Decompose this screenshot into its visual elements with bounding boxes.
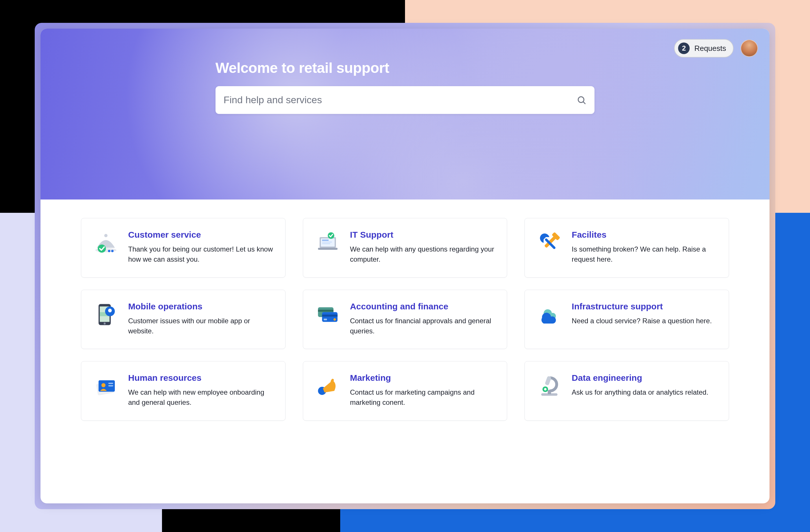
- card-title: Facilites: [572, 230, 717, 240]
- card-title: Mobile operations: [128, 302, 274, 311]
- card-human-resources[interactable]: Human resources We can help with new emp…: [81, 361, 286, 421]
- card-title: Accounting and finance: [350, 302, 496, 311]
- tools-icon: [536, 230, 562, 256]
- card-title: Customer service: [128, 230, 274, 240]
- card-customer-service[interactable]: Customer service Thank you for being our…: [81, 218, 286, 278]
- search-icon: [577, 95, 586, 105]
- card-it-support[interactable]: IT Support We can help with any question…: [303, 218, 507, 278]
- svg-rect-24: [318, 310, 333, 312]
- id-card-icon: [93, 373, 119, 399]
- platter-check-icon: [93, 230, 119, 256]
- svg-rect-10: [322, 242, 332, 243]
- svg-rect-12: [318, 248, 338, 250]
- card-body: Customer service Thank you for being our…: [128, 230, 274, 265]
- card-desc: Is something broken? We can help. Raise …: [572, 244, 717, 265]
- credit-cards-icon: [315, 302, 341, 328]
- svg-point-28: [333, 318, 336, 320]
- svg-point-5: [108, 250, 110, 252]
- search-input[interactable]: [224, 94, 577, 105]
- card-desc: Ask us for anything data or analytics re…: [572, 387, 717, 398]
- card-accounting-finance[interactable]: Accounting and finance Contact us for fi…: [303, 290, 507, 349]
- card-marketing[interactable]: Marketing Contact us for marketing campa…: [303, 361, 507, 421]
- card-mobile-operations[interactable]: Mobile operations Customer issues with o…: [81, 290, 286, 349]
- stage: 2 Requests Welcome to retail support: [0, 0, 810, 532]
- search-bar[interactable]: [215, 86, 595, 114]
- card-body: IT Support We can help with any question…: [350, 230, 496, 265]
- svg-rect-38: [545, 376, 552, 386]
- svg-rect-32: [108, 383, 113, 384]
- card-desc: We can help with new employee onboarding…: [128, 387, 274, 408]
- card-desc: Customer issues with our mobile app or w…: [128, 316, 274, 336]
- app-window: 2 Requests Welcome to retail support: [40, 29, 770, 503]
- requests-label: Requests: [694, 44, 726, 53]
- svg-point-3: [104, 234, 107, 237]
- hero-inner: Welcome to retail support: [215, 60, 595, 114]
- page-title: Welcome to retail support: [215, 60, 595, 76]
- cards-grid: Customer service Thank you for being our…: [81, 218, 729, 421]
- svg-point-22: [108, 309, 112, 312]
- header-actions: 2 Requests: [674, 39, 758, 57]
- card-facilities[interactable]: Facilites Is something broken? We can he…: [524, 218, 729, 278]
- card-desc: We can help with any questions regarding…: [350, 244, 496, 265]
- card-desc: Need a cloud service? Raise a question h…: [572, 316, 717, 326]
- svg-rect-9: [322, 240, 329, 241]
- microscope-icon: [536, 373, 562, 399]
- card-title: Human resources: [128, 373, 274, 383]
- card-body: Accounting and finance Contact us for fi…: [350, 302, 496, 336]
- card-desc: Contact us for financial approvals and g…: [350, 316, 496, 336]
- svg-point-31: [101, 383, 106, 387]
- hero: 2 Requests Welcome to retail support: [40, 29, 770, 199]
- svg-point-40: [544, 388, 547, 390]
- svg-line-1: [583, 102, 585, 104]
- card-body: Data engineering Ask us for anything dat…: [572, 373, 717, 408]
- card-body: Infrastructure support Need a cloud serv…: [572, 302, 717, 336]
- svg-point-6: [111, 250, 113, 252]
- cloud-icon: [536, 302, 562, 328]
- requests-count-badge: 2: [678, 43, 690, 54]
- card-desc: Thank you for being our customer! Let us…: [128, 244, 274, 265]
- card-title: Data engineering: [572, 373, 717, 383]
- card-title: Marketing: [350, 373, 496, 383]
- avatar[interactable]: [741, 39, 758, 57]
- svg-point-20: [103, 322, 106, 325]
- laptop-check-icon: [315, 230, 341, 256]
- card-data-engineering[interactable]: Data engineering Ask us for anything dat…: [524, 361, 729, 421]
- card-desc: Contact us for marketing campaigns and m…: [350, 387, 496, 408]
- card-title: Infrastructure support: [572, 302, 717, 311]
- card-body: Marketing Contact us for marketing campa…: [350, 373, 496, 408]
- card-body: Facilites Is something broken? We can he…: [572, 230, 717, 265]
- mobile-pin-icon: [93, 302, 119, 328]
- requests-button[interactable]: 2 Requests: [674, 39, 734, 57]
- card-title: IT Support: [350, 230, 496, 240]
- card-body: Human resources We can help with new emp…: [128, 373, 274, 408]
- svg-rect-11: [322, 244, 330, 244]
- card-infrastructure-support[interactable]: Infrastructure support Need a cloud serv…: [524, 290, 729, 349]
- svg-rect-27: [324, 319, 327, 320]
- svg-point-4: [98, 245, 106, 253]
- card-body: Mobile operations Customer issues with o…: [128, 302, 274, 336]
- megaphone-icon: [315, 373, 341, 399]
- svg-rect-26: [322, 315, 337, 317]
- svg-rect-33: [108, 385, 113, 386]
- cards-section: Customer service Thank you for being our…: [40, 199, 770, 439]
